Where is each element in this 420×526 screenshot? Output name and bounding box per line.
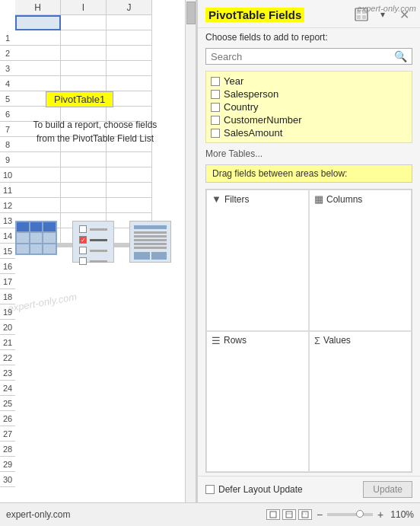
normal-view-icon[interactable] bbox=[266, 509, 280, 520]
cell-i13[interactable] bbox=[61, 198, 107, 213]
svg-rect-12 bbox=[286, 512, 292, 518]
cell-j12[interactable] bbox=[107, 183, 152, 198]
status-label: expert-only.com bbox=[6, 509, 70, 520]
field-checkbox-year[interactable] bbox=[211, 77, 220, 86]
cell-h5[interactable] bbox=[15, 76, 61, 91]
field-salesamount[interactable]: SalesAmount bbox=[211, 126, 407, 139]
defer-label: Defer Layout Update bbox=[218, 484, 303, 495]
choose-label: Choose fields to add to report: bbox=[198, 28, 420, 45]
zoom-slider-thumb[interactable] bbox=[356, 510, 364, 518]
watermark: expert-only.com bbox=[7, 291, 78, 314]
field-customernumber[interactable]: CustomerNumber bbox=[211, 113, 407, 126]
field-label-country: Country bbox=[224, 101, 259, 113]
cell-j4[interactable] bbox=[107, 61, 152, 76]
top-watermark: expert-only.com bbox=[358, 4, 416, 13]
cell-i2[interactable] bbox=[61, 30, 107, 46]
row-numbers: 1 2 3 4 5 6 7 8 9 10 11 12 13 14 15 16 1… bbox=[0, 15, 15, 487]
search-icon: 🔍 bbox=[394, 50, 407, 62]
panel-title: PivotTable Fields bbox=[205, 8, 304, 22]
cell-i5[interactable] bbox=[61, 76, 107, 91]
zoom-level: 110% bbox=[390, 509, 414, 520]
zoom-plus[interactable]: + bbox=[376, 508, 385, 521]
defer-checkbox[interactable] bbox=[205, 485, 215, 494]
cell-j11[interactable] bbox=[107, 167, 152, 183]
more-tables[interactable]: More Tables... bbox=[198, 146, 420, 161]
field-label-year: Year bbox=[224, 75, 243, 87]
field-checkbox-country[interactable] bbox=[211, 103, 220, 112]
svg-rect-11 bbox=[270, 512, 276, 518]
field-checkbox-salesperson[interactable] bbox=[211, 90, 220, 99]
field-checkbox-customernumber[interactable] bbox=[211, 116, 220, 125]
cell-h3[interactable] bbox=[15, 46, 61, 61]
drag-label: Drag fields between areas below: bbox=[205, 164, 412, 183]
col-header-h: H bbox=[15, 0, 61, 14]
vertical-scrollbar[interactable] bbox=[185, 0, 196, 502]
excel-area: H I J 1 2 3 4 5 6 7 8 9 10 11 12 13 14 1… bbox=[0, 0, 196, 502]
status-right: − + 110% bbox=[266, 508, 414, 521]
report-icon bbox=[129, 221, 171, 263]
page-layout-icon[interactable] bbox=[282, 509, 296, 520]
cell-h1[interactable] bbox=[15, 15, 61, 30]
table-icon bbox=[15, 221, 57, 255]
search-box[interactable]: 🔍 bbox=[205, 48, 412, 65]
filters-label: Filters bbox=[224, 194, 250, 205]
area-rows[interactable]: ☰ Rows bbox=[206, 331, 309, 473]
defer-row: Defer Layout Update Update bbox=[198, 476, 420, 502]
svg-rect-10 bbox=[362, 15, 366, 19]
search-input[interactable] bbox=[211, 51, 394, 62]
update-button[interactable]: Update bbox=[363, 481, 412, 498]
cell-i10[interactable] bbox=[61, 152, 107, 167]
cell-h12[interactable] bbox=[15, 183, 61, 198]
cell-i3[interactable] bbox=[61, 46, 107, 61]
area-filters[interactable]: ▼ Filters bbox=[206, 190, 309, 331]
field-year[interactable]: Year bbox=[211, 75, 407, 88]
columns-icon: ▦ bbox=[314, 193, 323, 205]
pivot-instruction: To build a report, choose fields from th… bbox=[15, 118, 175, 145]
cell-h10[interactable] bbox=[15, 152, 61, 167]
cell-h2[interactable] bbox=[15, 30, 61, 46]
defer-left: Defer Layout Update bbox=[205, 484, 303, 495]
zoom-slider[interactable] bbox=[327, 513, 373, 516]
field-checkbox-salesamount[interactable] bbox=[211, 129, 220, 138]
scrollbar-thumb[interactable] bbox=[186, 2, 196, 24]
cell-h4[interactable] bbox=[15, 61, 61, 76]
checklist-icon: ✓ bbox=[72, 221, 114, 263]
zoom-minus[interactable]: − bbox=[315, 508, 324, 521]
field-salesperson[interactable]: Salesperson bbox=[211, 88, 407, 100]
field-label-customernumber: CustomerNumber bbox=[224, 114, 302, 126]
col-header-i: I bbox=[61, 0, 107, 14]
cell-h11[interactable] bbox=[15, 167, 61, 183]
svg-rect-14 bbox=[302, 512, 308, 518]
area-columns[interactable]: ▦ Columns bbox=[309, 190, 412, 331]
cell-j3[interactable] bbox=[107, 46, 152, 61]
excel-icons: ✓ bbox=[15, 221, 171, 263]
svg-rect-9 bbox=[357, 15, 361, 19]
rows-label: Rows bbox=[224, 335, 247, 346]
cell-j10[interactable] bbox=[107, 152, 152, 167]
cell-i12[interactable] bbox=[61, 183, 107, 198]
rows-icon: ☰ bbox=[212, 335, 221, 346]
cell-j2[interactable] bbox=[107, 30, 152, 46]
page-break-icon[interactable] bbox=[298, 509, 312, 520]
field-label-salesamount: SalesAmount bbox=[224, 127, 282, 139]
fields-list: Year Salesperson Country CustomerNumber … bbox=[205, 71, 412, 143]
values-icon: Σ bbox=[314, 335, 320, 346]
col-header-j: J bbox=[107, 0, 152, 14]
areas-grid: ▼ Filters ▦ Columns ☰ Rows Σ Values bbox=[205, 189, 412, 473]
status-bar: expert-only.com − + 110% bbox=[0, 502, 420, 526]
pivot-table-label: PivotTable1 bbox=[46, 91, 113, 107]
cell-j1[interactable] bbox=[107, 15, 152, 30]
cell-h13[interactable] bbox=[15, 198, 61, 213]
cell-i11[interactable] bbox=[61, 167, 107, 183]
area-values[interactable]: Σ Values bbox=[309, 331, 412, 473]
cell-i1[interactable] bbox=[61, 15, 107, 30]
columns-label: Columns bbox=[326, 194, 362, 205]
values-label: Values bbox=[323, 335, 351, 346]
field-label-salesperson: Salesperson bbox=[224, 88, 278, 100]
field-country[interactable]: Country bbox=[211, 100, 407, 113]
pivot-panel: PivotTable Fields ▾ ✕ Choose fields to a… bbox=[196, 0, 420, 502]
cell-j5[interactable] bbox=[107, 76, 152, 91]
cell-j13[interactable] bbox=[107, 198, 152, 213]
cell-i4[interactable] bbox=[61, 61, 107, 76]
filters-icon: ▼ bbox=[212, 193, 221, 205]
